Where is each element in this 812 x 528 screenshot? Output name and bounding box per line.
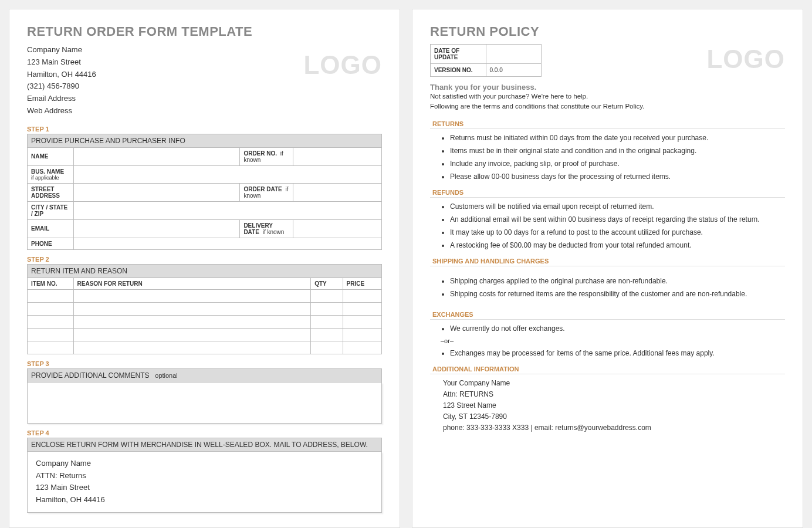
exchanges-header: EXCHANGES (430, 311, 785, 320)
field-email-label: EMAIL (28, 219, 74, 238)
intro-text: Not satisfied with your purchase? We're … (430, 92, 785, 112)
exchanges-list-2: Exchanges may be processed for items of … (450, 349, 785, 357)
field-street-label: STREET ADDRESS (28, 183, 74, 201)
field-orderdate-input[interactable] (293, 183, 381, 201)
version-label: VERSION NO. (431, 64, 486, 77)
field-csz-input[interactable] (73, 201, 381, 219)
policy-meta-table: DATE OF UPDATE VERSION NO. 0.0.0 (430, 44, 542, 77)
mail-attn: ATTN: Returns (36, 470, 373, 482)
mail-instructions-table: ENCLOSE RETURN FORM WITH MERCHANDISE IN … (27, 438, 382, 452)
list-item: Items must be in their original state an… (450, 147, 785, 155)
addl-attn: Attn: RETURNS (443, 389, 785, 400)
step1-label: STEP 1 (27, 126, 382, 133)
logo-placeholder: LOGO (303, 50, 382, 80)
addl-street: 123 Street Name (443, 400, 785, 411)
additional-header: ADDITIONAL INFORMATION (430, 365, 785, 374)
additional-info-block: Your Company Name Attn: RETURNS 123 Stre… (443, 378, 785, 434)
addl-city: City, ST 12345-7890 (443, 411, 785, 422)
field-orderno-label: ORDER NO. if known (240, 147, 293, 165)
field-busname-input[interactable] (73, 165, 381, 183)
field-phone-input[interactable] (73, 238, 381, 249)
step2-label: STEP 2 (27, 256, 382, 263)
return-policy-page: LOGO RETURN POLICY DATE OF UPDATE VERSIO… (412, 9, 803, 528)
step4-header: ENCLOSE RETURN FORM WITH MERCHANDISE IN … (28, 438, 382, 451)
step3-header: PROVIDE ADDITIONAL COMMENTS optional (28, 368, 382, 382)
return-items-table: RETURN ITEM AND REASON ITEM NO. REASON F… (27, 264, 382, 354)
page-title: RETURN POLICY (430, 24, 785, 39)
item-row[interactable] (28, 328, 382, 341)
refunds-header: REFUNDS (430, 189, 785, 198)
field-street-input[interactable] (73, 183, 240, 201)
date-update-label: DATE OF UPDATE (431, 45, 486, 64)
company-web: Web Address (27, 105, 382, 117)
comments-input[interactable] (27, 383, 382, 424)
field-name-input[interactable] (73, 147, 240, 165)
returns-list: Returns must be initiated within 00 days… (450, 134, 785, 181)
shipping-list: Shipping charges applied to the original… (450, 277, 785, 298)
field-phone-label: PHONE (28, 238, 74, 249)
comments-table: PROVIDE ADDITIONAL COMMENTS optional (27, 368, 382, 383)
returns-header: RETURNS (430, 120, 785, 129)
addl-name: Your Company Name (443, 378, 785, 389)
date-update-value[interactable] (486, 45, 542, 64)
field-delivdate-input[interactable] (293, 219, 381, 238)
addl-contact: phone: 333-333-3333 X333 | email: return… (443, 422, 785, 434)
item-row[interactable] (28, 315, 382, 328)
list-item: Shipping costs for returned items are th… (450, 290, 785, 298)
exchanges-or: –or– (441, 337, 785, 344)
field-orderno-input[interactable] (293, 147, 381, 165)
field-delivdate-label: DELIVERY DATE if known (240, 219, 293, 238)
item-row[interactable] (28, 341, 382, 354)
list-item: Please allow 00-00 business days for the… (450, 172, 785, 181)
mail-city: Hamilton, OH 44416 (36, 494, 373, 506)
shipping-header: SHIPPING AND HANDLING CHARGES (430, 258, 785, 266)
purchaser-info-table: PROVIDE PURCHASE AND PURCHASER INFO NAME… (27, 134, 382, 250)
list-item: It may take up to 00 days for a refund t… (450, 228, 785, 236)
field-orderdate-label: ORDER DATE if known (240, 183, 293, 201)
mail-name: Company Name (36, 458, 373, 470)
col-itemno: ITEM NO. (28, 277, 74, 289)
list-item: An additional email will be sent within … (450, 215, 785, 224)
step3-label: STEP 3 (27, 360, 382, 367)
company-email: Email Address (27, 93, 382, 105)
list-item: Returns must be initiated within 00 days… (450, 134, 785, 142)
logo-placeholder: LOGO (706, 45, 785, 74)
return-order-form-page: LOGO RETURN ORDER FORM TEMPLATE Company … (9, 9, 400, 528)
col-price: PRICE (343, 277, 381, 289)
mail-street: 123 Main Street (36, 482, 373, 494)
list-item: Exchanges may be processed for items of … (450, 349, 785, 357)
col-qty: QTY (311, 277, 343, 289)
version-value[interactable]: 0.0.0 (486, 64, 542, 77)
exchanges-list: We currently do not offer exchanges. (450, 324, 785, 333)
list-item: Customers will be notified via email upo… (450, 202, 785, 211)
item-row[interactable] (28, 302, 382, 315)
field-name-label: NAME (28, 147, 74, 165)
col-reason: REASON FOR RETURN (73, 277, 311, 289)
refunds-list: Customers will be notified via email upo… (450, 202, 785, 249)
item-row[interactable] (28, 289, 382, 302)
step2-header: RETURN ITEM AND REASON (28, 264, 382, 277)
field-csz-label: CITY / STATE / ZIP (28, 201, 74, 219)
step1-header: PROVIDE PURCHASE AND PURCHASER INFO (28, 134, 382, 147)
page-title: RETURN ORDER FORM TEMPLATE (27, 24, 382, 39)
mail-address-box: Company Name ATTN: Returns 123 Main Stre… (27, 452, 382, 513)
field-busname-label: BUS. NAMEif applicable (28, 165, 74, 183)
step4-label: STEP 4 (27, 429, 382, 436)
list-item: Shipping charges applied to the original… (450, 277, 785, 285)
thank-you-line: Thank you for your business. (430, 83, 785, 92)
company-phone: (321) 456-7890 (27, 80, 382, 93)
list-item: We currently do not offer exchanges. (450, 324, 785, 333)
list-item: A restocking fee of $00.00 may be deduct… (450, 241, 785, 249)
field-email-input[interactable] (73, 219, 240, 238)
list-item: Include any invoice, packing slip, or pr… (450, 160, 785, 168)
